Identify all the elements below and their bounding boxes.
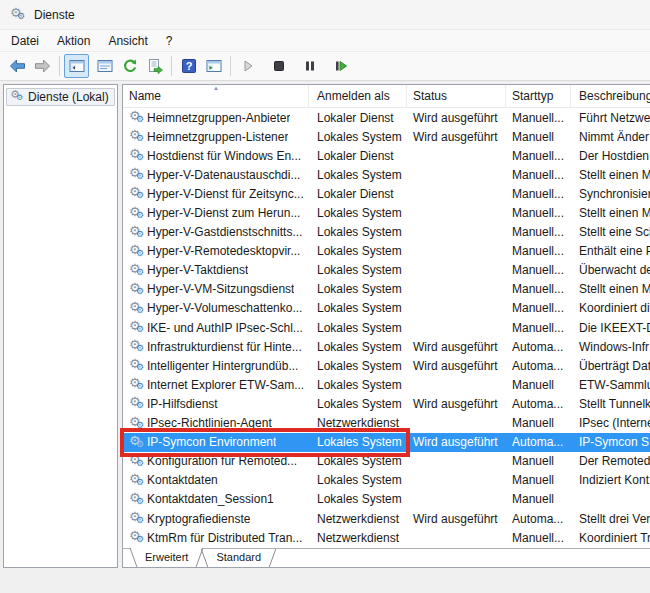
- service-status-cell: Wird ausgeführt: [407, 108, 506, 127]
- service-startup-cell: Manuell: [506, 375, 571, 394]
- table-row[interactable]: ⚙⚙Intelligenter Hintergrundüb...Lokales …: [123, 356, 650, 375]
- service-gear-icon: ⚙⚙: [129, 473, 145, 488]
- restart-service-button[interactable]: [328, 54, 353, 78]
- properties-button[interactable]: [92, 54, 117, 78]
- column-header-status[interactable]: Status: [407, 85, 506, 107]
- service-gear-icon: ⚙⚙: [129, 167, 145, 182]
- service-status-cell: [407, 528, 506, 547]
- table-row[interactable]: ⚙⚙IP-HilfsdienstLokales SystemWird ausge…: [123, 394, 650, 413]
- service-name-cell: ⚙⚙Kryptografiedienste: [123, 509, 309, 528]
- service-status-cell: [407, 490, 506, 509]
- table-row[interactable]: ⚙⚙Hyper-V-Volumeschattenko...Lokales Sys…: [123, 299, 650, 318]
- table-row[interactable]: ⚙⚙Hyper-V-VM-SitzungsdienstLokales Syste…: [123, 280, 650, 299]
- service-description-cell: Überwacht de: [571, 261, 650, 280]
- tab-standard[interactable]: Standard: [202, 549, 275, 567]
- table-row[interactable]: ⚙⚙IP-Symcon EnvironmentLokales SystemWir…: [123, 433, 650, 452]
- start-service-button[interactable]: [235, 54, 260, 78]
- service-description-cell: Synchronisier: [571, 184, 650, 203]
- tab-erweitert[interactable]: Erweitert: [131, 548, 202, 567]
- service-logon-cell: Lokales System: [309, 318, 407, 337]
- service-gear-icon: ⚙⚙: [129, 263, 145, 278]
- column-header-description[interactable]: Beschreibung: [571, 85, 650, 107]
- table-row[interactable]: ⚙⚙IPsec-Richtlinien-AgentNetzwerkdienstM…: [123, 414, 650, 433]
- table-row[interactable]: ⚙⚙KryptografiediensteNetzwerkdienstWird …: [123, 509, 650, 528]
- back-button[interactable]: [5, 54, 30, 78]
- table-row[interactable]: ⚙⚙Konfiguration für Remoted...Lokales Sy…: [123, 452, 650, 471]
- menu-aktion[interactable]: Aktion: [48, 32, 99, 50]
- service-status-cell: [407, 280, 506, 299]
- service-logon-cell: Lokales System: [309, 375, 407, 394]
- service-status-cell: Wird ausgeführt: [407, 509, 506, 528]
- service-startup-cell: Manuell...: [506, 108, 571, 127]
- service-gear-icon: ⚙⚙: [129, 129, 145, 144]
- table-row[interactable]: ⚙⚙Internet Explorer ETW-Sam...Lokales Sy…: [123, 375, 650, 394]
- service-description-cell: Enthält eine P: [571, 242, 650, 261]
- sort-ascending-icon: ▲: [213, 85, 219, 91]
- service-description-cell: Stellt einen M: [571, 165, 650, 184]
- table-row[interactable]: ⚙⚙Hyper-V-Dienst für Zeitsync...Lokaler …: [123, 184, 650, 203]
- service-startup-cell: Manuell...: [506, 146, 571, 165]
- show-console-tree-icon: [69, 58, 85, 74]
- service-name-cell: ⚙⚙Intelligenter Hintergrundüb...: [123, 356, 309, 375]
- forward-button[interactable]: [30, 54, 55, 78]
- back-icon: [9, 59, 26, 73]
- service-startup-cell: Manuell...: [506, 261, 571, 280]
- service-description-cell: Die IKEEXT-Di: [571, 318, 650, 337]
- service-startup-cell: Automa...: [506, 509, 571, 528]
- service-logon-cell: Lokales System: [309, 394, 407, 413]
- table-row[interactable]: ⚙⚙Hostdienst für Windows En...Lokaler Di…: [123, 146, 650, 165]
- service-status-cell: [407, 452, 506, 471]
- service-status-cell: [407, 223, 506, 242]
- table-row[interactable]: ⚙⚙IKE- und AuthIP IPsec-Schl...Lokales S…: [123, 318, 650, 337]
- service-logon-cell: Lokales System: [309, 337, 407, 356]
- service-startup-cell: Automa...: [506, 433, 571, 452]
- service-logon-cell: Lokales System: [309, 471, 407, 490]
- menu-bar: Datei Aktion Ansicht ?: [0, 30, 650, 52]
- properties-window-icon: [97, 58, 113, 74]
- table-row[interactable]: ⚙⚙Infrastrukturdienst für Hinte...Lokale…: [123, 337, 650, 356]
- service-startup-cell: Manuell...: [506, 528, 571, 547]
- service-gear-icon: ⚙⚙: [129, 377, 145, 392]
- pause-service-button[interactable]: [297, 54, 322, 78]
- show-console-tree-button[interactable]: [64, 54, 89, 78]
- refresh-button[interactable]: [117, 54, 142, 78]
- service-description-cell: [571, 490, 650, 509]
- menu-ansicht[interactable]: Ansicht: [99, 32, 156, 50]
- export-list-button[interactable]: [142, 54, 167, 78]
- service-startup-cell: Manuell: [506, 452, 571, 471]
- table-row[interactable]: ⚙⚙Hyper-V-TaktdienstLokales SystemManuel…: [123, 261, 650, 280]
- table-row[interactable]: ⚙⚙Hyper-V-Datenaustauschdi...Lokales Sys…: [123, 165, 650, 184]
- table-row[interactable]: ⚙⚙Heimnetzgruppen-AnbieterLokaler Dienst…: [123, 108, 650, 127]
- toolbar-separator: [59, 56, 60, 76]
- service-gear-icon: ⚙⚙: [129, 282, 145, 297]
- service-name-cell: ⚙⚙Kontaktdaten_Session1: [123, 490, 309, 509]
- show-action-pane-button[interactable]: [201, 54, 226, 78]
- column-header-startup[interactable]: Starttyp: [506, 85, 571, 107]
- start-service-icon: [241, 59, 255, 73]
- tree-item-dienste-lokal[interactable]: ⚙⚙ Dienste (Lokal): [6, 88, 115, 106]
- svg-text:?: ?: [185, 60, 192, 72]
- menu-datei[interactable]: Datei: [2, 32, 48, 50]
- help-button[interactable]: ?: [176, 54, 201, 78]
- stop-service-icon: [272, 59, 286, 73]
- table-row[interactable]: ⚙⚙Heimnetzgruppen-ListenerLokales System…: [123, 127, 650, 146]
- service-status-cell: [407, 203, 506, 222]
- column-header-logon[interactable]: Anmelden als: [309, 85, 407, 107]
- service-description-cell: IPsec (Interne: [571, 414, 650, 433]
- service-description-cell: Stellt einen M: [571, 280, 650, 299]
- table-row[interactable]: ⚙⚙Hyper-V-Gastdienstschnitts...Lokales S…: [123, 223, 650, 242]
- service-startup-cell: Manuell...: [506, 184, 571, 203]
- table-row[interactable]: ⚙⚙Kontaktdaten_Session1Lokales SystemMan…: [123, 490, 650, 509]
- menu-hilfe[interactable]: ?: [157, 32, 182, 50]
- table-row[interactable]: ⚙⚙Hyper-V-Remotedesktopvir...Lokales Sys…: [123, 242, 650, 261]
- table-row[interactable]: ⚙⚙Hyper-V-Dienst zum Herun...Lokales Sys…: [123, 203, 650, 222]
- table-row[interactable]: ⚙⚙KontaktdatenLokales SystemManuellIndiz…: [123, 471, 650, 490]
- service-description-cell: Stellt Tunnelk: [571, 394, 650, 413]
- table-row[interactable]: ⚙⚙KtmRm für Distributed Tran...Netzwerkd…: [123, 528, 650, 547]
- stop-service-button[interactable]: [266, 54, 291, 78]
- service-description-cell: Indiziert Kont: [571, 471, 650, 490]
- service-name-cell: ⚙⚙Hyper-V-Dienst zum Herun...: [123, 203, 309, 222]
- service-status-cell: [407, 471, 506, 490]
- service-startup-cell: Manuell: [506, 127, 571, 146]
- service-gear-icon: ⚙⚙: [129, 511, 145, 526]
